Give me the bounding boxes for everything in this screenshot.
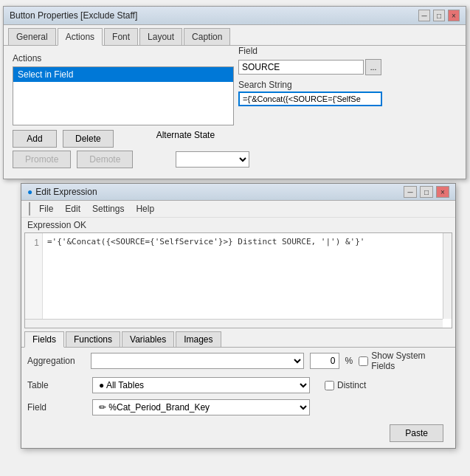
table-label: Table [27, 380, 86, 390]
code-content[interactable]: ='{'&Concat({<SOURCE={'SelfService'}>} D… [43, 233, 452, 328]
add-btn[interactable]: Add [13, 130, 57, 148]
inner-title-buttons: ─ □ × [404, 186, 449, 198]
inner-titlebar: ● Edit Expression ─ □ × [21, 184, 455, 201]
demote-btn[interactable]: Demote [77, 151, 133, 168]
show-system-fields-checkbox-label: Show System Fields [359, 351, 449, 371]
outer-close-btn[interactable]: × [448, 10, 460, 21]
alternate-dropdown-container [176, 151, 249, 168]
inner-close-btn[interactable]: × [436, 186, 449, 198]
code-scrollbar-h[interactable] [25, 319, 443, 328]
promote-demote-row: Promote Demote [13, 151, 457, 168]
inner-tab-variables[interactable]: Variables [122, 331, 174, 347]
inner-minimize-btn[interactable]: ─ [404, 186, 417, 198]
list-item-select-in-field[interactable]: Select in Field [13, 67, 233, 82]
outer-titlebar: Button Properties [Exclude Staff] ─ □ × [4, 7, 466, 25]
aggregation-dropdown[interactable] [91, 353, 303, 369]
promote-btn[interactable]: Promote [13, 151, 71, 168]
field-dropdown[interactable]: ✏ %Cat_Period_Brand_Key [92, 399, 310, 415]
action-buttons-row: Add Delete Alternate State [13, 130, 457, 148]
expression-icon: ● [27, 187, 32, 197]
field-section: Field ... Search String [238, 46, 382, 106]
outer-title-buttons: ─ □ × [418, 10, 460, 21]
outer-window: Button Properties [Exclude Staff] ─ □ × … [3, 6, 466, 179]
menu-handle [26, 202, 30, 215]
field-form-row: Field ✏ %Cat_Period_Brand_Key [21, 396, 455, 418]
tab-layout[interactable]: Layout [139, 28, 182, 45]
paste-btn[interactable]: Paste [390, 424, 443, 442]
tab-actions[interactable]: Actions [58, 28, 103, 46]
inner-tab-fields[interactable]: Fields [24, 331, 64, 348]
alternate-state-dropdown[interactable] [176, 151, 249, 168]
tab-font[interactable]: Font [104, 28, 138, 45]
alternate-state-label: Alternate State [156, 130, 215, 148]
fields-tab-content: Aggregation % Show System Fields Table ●… [21, 348, 455, 448]
outer-maximize-btn[interactable]: □ [433, 10, 445, 21]
search-string-label: Search String [238, 80, 382, 90]
line-numbers: 1 [25, 233, 43, 328]
menu-edit[interactable]: Edit [59, 202, 86, 215]
field-label: Field [238, 46, 382, 56]
outer-content: Actions Select in Field Field ... Search… [4, 46, 466, 179]
distinct-checkbox-label: Distinct [325, 380, 366, 390]
aggregation-number[interactable] [310, 353, 339, 369]
table-dropdown[interactable]: ● All Tables [92, 377, 310, 393]
inner-maximize-btn[interactable]: □ [420, 186, 433, 198]
actions-label: Actions [13, 53, 457, 63]
inner-tab-functions[interactable]: Functions [66, 331, 120, 347]
outer-tabs: General Actions Font Layout Caption [4, 25, 466, 46]
distinct-checkbox[interactable] [325, 381, 334, 390]
delete-btn[interactable]: Delete [63, 130, 114, 148]
menu-help[interactable]: Help [130, 202, 160, 215]
show-system-fields-checkbox[interactable] [359, 356, 368, 366]
menu-bar: File Edit Settings Help [21, 201, 455, 218]
percent-label: % [345, 356, 353, 366]
aggregation-row: Aggregation % Show System Fields [21, 348, 455, 374]
tab-caption[interactable]: Caption [184, 28, 230, 45]
outer-minimize-btn[interactable]: ─ [418, 10, 430, 21]
tab-general[interactable]: General [8, 28, 56, 45]
table-row: Table ● All Tables Distinct [21, 374, 455, 396]
code-editor[interactable]: 1 ='{'&Concat({<SOURCE={'SelfService'}>}… [24, 232, 452, 328]
paste-row: Paste [21, 418, 455, 448]
field-browse-btn[interactable]: ... [365, 59, 381, 75]
field-row: ... [238, 59, 382, 75]
code-scrollbar-v[interactable] [443, 233, 452, 319]
inner-window-title: ● Edit Expression [27, 187, 97, 197]
inner-tab-images[interactable]: Images [176, 331, 221, 347]
menu-file[interactable]: File [33, 202, 59, 215]
search-string-input[interactable] [238, 92, 382, 106]
edit-expression-window: ● Edit Expression ─ □ × File Edit Settin… [21, 183, 456, 449]
outer-window-title: Button Properties [Exclude Staff] [10, 10, 137, 21]
inner-tabs: Fields Functions Variables Images [21, 331, 455, 348]
menu-settings[interactable]: Settings [86, 202, 130, 215]
field-input[interactable] [238, 60, 364, 75]
actions-list[interactable]: Select in Field [13, 66, 234, 125]
field-form-label: Field [27, 402, 86, 413]
aggregation-label: Aggregation [27, 356, 85, 366]
expression-status: Expression OK [21, 218, 455, 232]
